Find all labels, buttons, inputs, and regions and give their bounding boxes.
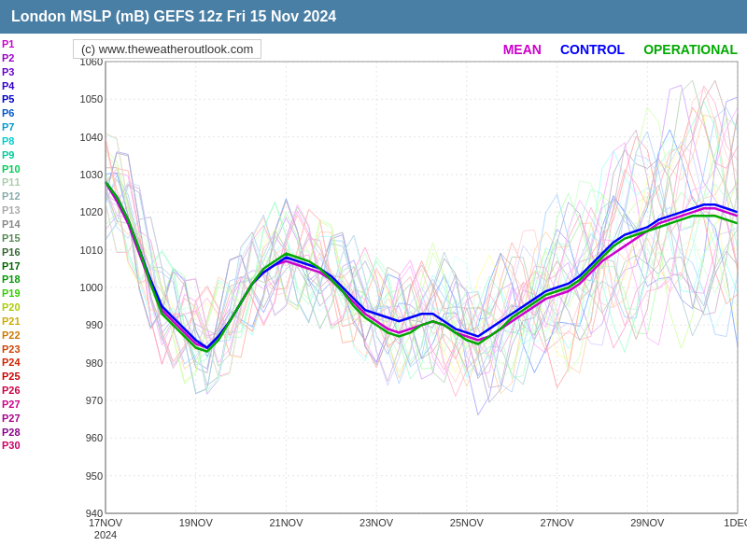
legend-item-p20: P20 xyxy=(2,301,62,315)
legend-item-p27: P27 xyxy=(2,412,62,426)
main-chart-canvas xyxy=(63,34,747,560)
legend-item-p23: P23 xyxy=(2,343,62,357)
legend-item-p16: P16 xyxy=(2,245,62,259)
legend-item-p19: P19 xyxy=(2,287,62,301)
watermark: (c) www.theweatheroutlook.com xyxy=(73,39,261,59)
legend-item-p13: P13 xyxy=(2,203,62,217)
operational-legend-label: OPERATIONAL xyxy=(643,42,738,57)
legend-item-p4: P4 xyxy=(2,79,62,93)
legend-item-p9: P9 xyxy=(2,148,62,162)
legend-item-p12: P12 xyxy=(2,189,62,203)
chart-area: (c) www.theweatheroutlook.com MEAN CONTR… xyxy=(63,34,747,560)
legend-item-p28: P28 xyxy=(2,426,62,440)
header-bar: London MSLP (mB) GEFS 12z Fri 15 Nov 202… xyxy=(0,0,747,34)
legend-item-p27: P27 xyxy=(2,398,62,412)
chart-title: London MSLP (mB) GEFS 12z Fri 15 Nov 202… xyxy=(11,8,336,25)
legend-item-p11: P11 xyxy=(2,175,62,189)
legend-item-p10: P10 xyxy=(2,162,62,176)
legend-item-p17: P17 xyxy=(2,259,62,273)
legend-item-p14: P14 xyxy=(2,217,62,231)
legend-item-p1: P1 xyxy=(2,37,62,51)
legend-item-p25: P25 xyxy=(2,370,62,384)
legend-item-p24: P24 xyxy=(2,356,62,370)
legend-item-p30: P30 xyxy=(2,439,62,453)
legend-labels: MEAN CONTROL OPERATIONAL xyxy=(503,42,738,57)
member-legend-panel: P1P2P3P4P5P6P7P8P9P10P11P12P13P14P15P16P… xyxy=(0,34,63,560)
legend-item-p7: P7 xyxy=(2,120,62,134)
legend-item-p2: P2 xyxy=(2,51,62,65)
legend-item-p22: P22 xyxy=(2,329,62,343)
legend-item-p21: P21 xyxy=(2,315,62,329)
legend-item-p26: P26 xyxy=(2,384,62,398)
control-legend-label: CONTROL xyxy=(560,42,625,57)
top-legend: (c) www.theweatheroutlook.com MEAN CONTR… xyxy=(63,37,747,61)
legend-item-p8: P8 xyxy=(2,134,62,148)
legend-item-p6: P6 xyxy=(2,106,62,120)
legend-item-p3: P3 xyxy=(2,65,62,79)
chart-container: P1P2P3P4P5P6P7P8P9P10P11P12P13P14P15P16P… xyxy=(0,34,747,560)
legend-item-p5: P5 xyxy=(2,92,62,106)
legend-item-p18: P18 xyxy=(2,273,62,287)
mean-legend-label: MEAN xyxy=(503,42,542,57)
legend-item-p15: P15 xyxy=(2,231,62,245)
